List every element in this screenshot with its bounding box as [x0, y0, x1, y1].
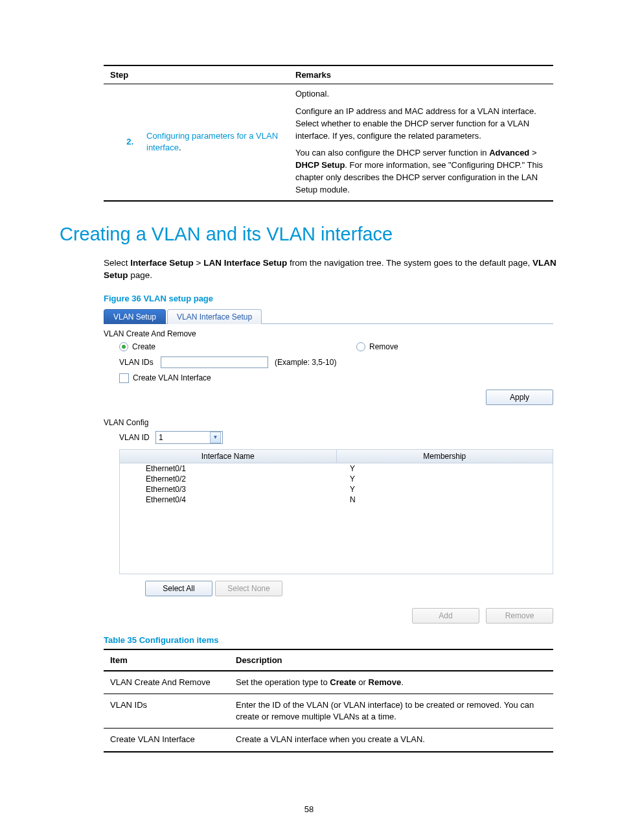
remarks-p3: You can also configure the DHCP server f… [295, 147, 547, 196]
create-vlan-interface-checkbox[interactable] [119, 373, 129, 383]
grid-body: Ethernet0/1 Y Ethernet0/2 Y Ethernet0/3 … [119, 463, 553, 574]
vlan-create-remove-title: VLAN Create And Remove [104, 324, 553, 340]
cfg-desc: Set the operation type to Create or Remo… [229, 671, 553, 694]
cfg-item: Create VLAN Interface [104, 729, 229, 752]
steps-table: Step Remarks 2. Configuring parameters f… [104, 65, 553, 202]
col-item: Item [104, 649, 229, 671]
page-number: 58 [0, 804, 618, 814]
select-all-button[interactable]: Select All [145, 581, 212, 596]
figure-caption: Figure 36 VLAN setup page [104, 294, 558, 303]
col-remarks: Remarks [289, 65, 553, 84]
vlan-config-title: VLAN Config [104, 414, 553, 428]
vlan-id-select[interactable]: 1 ▼ [155, 431, 223, 444]
table-caption: Table 35 Configuration items [104, 635, 558, 645]
vlan-id-label: VLAN ID [119, 433, 152, 442]
radio-remove-label: Remove [369, 342, 398, 351]
config-items-table: Item Description VLAN Create And Remove … [104, 649, 553, 752]
col-description: Description [229, 649, 553, 671]
step-remarks: Optional. Configure an IP address and MA… [289, 84, 553, 201]
vlan-id-value: 1 [159, 433, 163, 442]
table-row[interactable]: Ethernet0/4 N [120, 495, 553, 505]
vlan-ids-hint: (Example: 3,5-10) [275, 358, 336, 367]
table-row[interactable]: Ethernet0/1 Y [120, 463, 553, 474]
cfg-item: VLAN Create And Remove [104, 671, 229, 694]
apply-button[interactable]: Apply [486, 390, 553, 405]
radio-create-label: Create [132, 342, 155, 351]
chevron-down-icon: ▼ [210, 432, 221, 443]
cfg-desc: Create a VLAN interface when you create … [229, 729, 553, 752]
add-button[interactable]: Add [412, 608, 479, 624]
table-row[interactable]: Ethernet0/2 Y [120, 474, 553, 484]
create-vlan-interface-label: Create VLAN Interface [133, 373, 211, 382]
tab-vlan-interface-setup[interactable]: VLAN Interface Setup [167, 309, 262, 324]
step-link[interactable]: Configuring parameters for a VLAN interf… [140, 84, 289, 201]
tab-vlan-setup[interactable]: VLAN Setup [104, 309, 166, 324]
select-none-button[interactable]: Select None [215, 581, 282, 596]
cfg-desc: Enter the ID of the VLAN (or VLAN interf… [229, 694, 553, 729]
col-step: Step [104, 65, 289, 84]
step-number: 2. [104, 84, 140, 201]
vlan-setup-screenshot: VLAN Setup VLAN Interface Setup VLAN Cre… [104, 307, 553, 624]
section-heading: Creating a VLAN and its VLAN interface [60, 224, 558, 245]
remarks-p1: Optional. [295, 88, 547, 100]
step-link-text: Configuring parameters for a VLAN interf… [146, 131, 278, 153]
cfg-item: VLAN IDs [104, 694, 229, 729]
vlan-ids-label: VLAN IDs [119, 358, 157, 367]
grid-col-membership: Membership [336, 450, 553, 463]
table-row[interactable]: Ethernet0/3 Y [120, 484, 553, 495]
radio-remove[interactable] [356, 342, 365, 351]
vlan-ids-input[interactable] [161, 356, 268, 368]
remove-button[interactable]: Remove [486, 608, 553, 624]
step-link-punct: . [179, 143, 181, 152]
radio-create[interactable] [119, 342, 128, 351]
tabs: VLAN Setup VLAN Interface Setup [104, 307, 553, 324]
grid-header: Interface Name Membership [119, 449, 553, 463]
grid-col-interface-name: Interface Name [120, 452, 336, 461]
remarks-p2: Configure an IP address and MAC address … [295, 106, 547, 143]
intro-paragraph: Select Interface Setup > LAN Interface S… [104, 257, 558, 282]
